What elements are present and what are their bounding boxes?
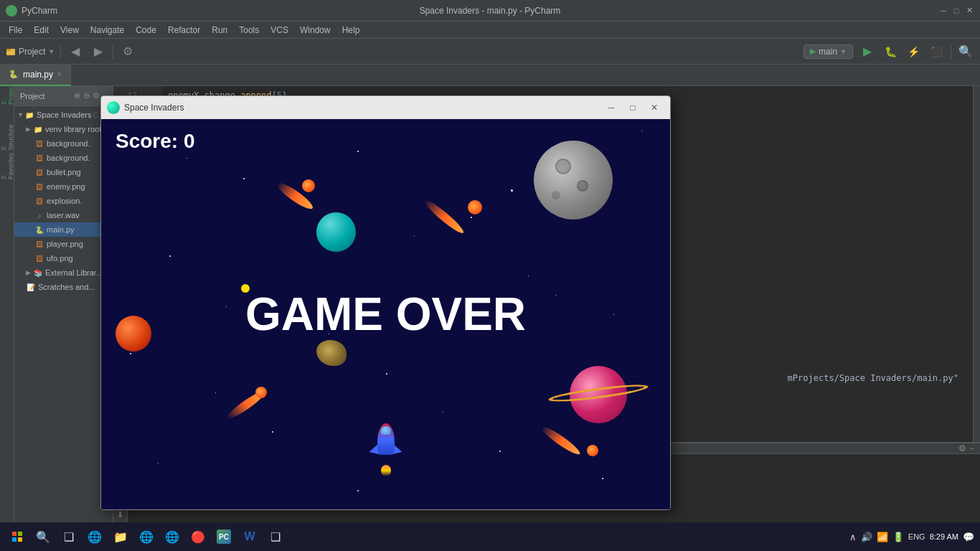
extlib-arrow: ▶	[26, 269, 33, 276]
tree-root[interactable]: ▼ 📁 Space Invaders C:\Users\SouravKumar\…	[14, 108, 113, 122]
sidebar-icon-structure[interactable]: 2: Structure	[1, 132, 13, 143]
tree-background2[interactable]: 🖼 background.	[14, 151, 113, 165]
search-everywhere-button[interactable]: 🔍	[957, 43, 974, 60]
menu-edit[interactable]: Edit	[28, 24, 55, 37]
menu-help[interactable]: Help	[336, 24, 366, 37]
star	[528, 276, 529, 276]
taskbar-word[interactable]: W	[238, 525, 261, 548]
game-minimize-btn[interactable]: ─	[601, 100, 621, 116]
tab-label: main.py	[23, 70, 53, 80]
planet-moon	[534, 141, 613, 220]
title-bar: PyCharm Space Invaders - main.py - PyCha…	[0, 0, 980, 22]
file-label: bullet.png	[47, 168, 81, 176]
game-close-btn[interactable]: ✕	[644, 100, 664, 116]
tree-external-libs[interactable]: ▶ 📚 External Librar...	[14, 265, 113, 280]
planet-orange	[116, 316, 151, 352]
settings-button[interactable]: ⚙	[119, 43, 136, 60]
star	[130, 353, 131, 354]
run-scroll-bot-btn[interactable]: ⬇	[117, 510, 123, 519]
svg-rect-1	[6, 49, 11, 51]
task-view-button[interactable]: ❑	[57, 525, 80, 548]
sidebar-icon-project[interactable]: 1: Project	[1, 89, 13, 100]
svg-rect-2	[12, 532, 17, 536]
tree-scratches[interactable]: 📝 Scratches and...	[14, 280, 113, 294]
star	[169, 255, 171, 257]
star	[414, 236, 415, 237]
menu-code[interactable]: Code	[130, 24, 162, 37]
taskbar-unknown[interactable]: ❑	[264, 525, 287, 548]
project-panel: Project ⊕ ⊖ ⚙ − ▼ 📁 Space Invaders C:\Us…	[14, 86, 113, 535]
minimize-button[interactable]: ─	[938, 6, 948, 16]
start-button[interactable]	[6, 525, 29, 548]
run-button[interactable]: ▶	[859, 43, 876, 60]
tree-enemy[interactable]: 🖼 enemy.png	[14, 179, 113, 194]
menu-view[interactable]: View	[55, 24, 85, 37]
navigate-back-button[interactable]: ◀	[67, 43, 84, 60]
file-label: laser.wav	[47, 211, 80, 220]
svg-rect-5	[18, 537, 22, 542]
run-config[interactable]: ▶ main ▼	[804, 44, 853, 59]
file-label: background.	[47, 139, 90, 148]
menu-vcs[interactable]: VCS	[265, 24, 294, 37]
taskbar-chrome[interactable]: 🌐	[135, 525, 158, 548]
taskbar-folder[interactable]: 📁	[109, 525, 132, 548]
maximize-button[interactable]: □	[951, 6, 961, 16]
game-maximize-btn[interactable]: □	[623, 100, 643, 116]
python-icon: 🐍	[34, 225, 44, 235]
project-expand-btn[interactable]: ⊕	[74, 91, 80, 100]
tree-ufo[interactable]: 🖼 ufo.png	[14, 251, 113, 265]
tree-background1[interactable]: 🖼 background.	[14, 136, 113, 151]
menu-navigate[interactable]: Navigate	[85, 24, 130, 37]
menu-window[interactable]: Window	[294, 24, 336, 37]
sidebar-icon-favorites[interactable]: 2: Favorites	[1, 161, 13, 172]
moon-crater1	[555, 159, 571, 174]
taskbar-chevron[interactable]: ∧	[849, 532, 857, 542]
taskbar-edge[interactable]: 🌐	[83, 525, 106, 548]
tree-venv[interactable]: ▶ 📁 venv library root	[14, 122, 113, 136]
toolbar-sep3	[951, 44, 951, 59]
score-value: 0	[184, 130, 195, 152]
run-expand-btn[interactable]: −	[969, 443, 974, 453]
taskbar-notification[interactable]: 💬	[963, 532, 974, 542]
taskbar-ie[interactable]: 🌐	[161, 525, 184, 548]
extlib-label: External Librar...	[45, 268, 103, 277]
tab-main-py[interactable]: 🐍 main.py ×	[0, 65, 71, 86]
navigate-forward-button[interactable]: ▶	[90, 43, 107, 60]
search-button[interactable]: 🔍	[32, 525, 55, 548]
image-icon: 🖼	[34, 239, 44, 249]
score-label: Score:	[116, 130, 178, 152]
taskbar-lang[interactable]: ENG	[908, 532, 925, 541]
tree-explosion[interactable]: 🖼 explosion.	[14, 194, 113, 208]
taskbar-time[interactable]: 8:29 AM	[930, 532, 958, 541]
taskbar-network[interactable]: 📶	[877, 532, 888, 542]
project-gear-btn[interactable]: ⚙	[93, 91, 100, 100]
tab-close-button[interactable]: ×	[57, 70, 62, 78]
game-canvas: Score: 0 GAME OVER	[101, 119, 670, 509]
sidebar-icons: 1: Project 2: Structure 2: Favorites	[0, 86, 14, 535]
run-settings-btn[interactable]: ⚙	[958, 443, 966, 453]
dropdown-icon: ▼	[48, 48, 55, 55]
project-collapse-btn[interactable]: ⊖	[83, 91, 90, 100]
stop-button[interactable]: ⬛	[928, 43, 945, 60]
tree-laser[interactable]: ♪ laser.wav	[14, 208, 113, 222]
debug-button[interactable]: 🐛	[882, 43, 899, 60]
meteor2-head	[468, 200, 482, 215]
tree-player[interactable]: 🖼 player.png	[14, 237, 113, 251]
menu-run[interactable]: Run	[206, 24, 233, 37]
taskbar-volume[interactable]: 🔊	[861, 532, 872, 542]
tree-bullet[interactable]: 🖼 bullet.png	[14, 165, 113, 179]
run-with-coverage-button[interactable]: ⚡	[905, 43, 922, 60]
tree-main-py[interactable]: 🐍 main.py	[14, 222, 113, 237]
taskbar-pycharm[interactable]: PC	[212, 525, 235, 548]
star	[602, 478, 603, 479]
menu-file[interactable]: File	[3, 24, 28, 37]
taskbar-opera[interactable]: 🔴	[187, 525, 209, 548]
editor-scrollbar[interactable]	[973, 86, 980, 442]
ship-dome	[381, 426, 391, 435]
menu-tools[interactable]: Tools	[233, 24, 265, 37]
close-button[interactable]: ✕	[964, 6, 974, 16]
venv-arrow: ▶	[26, 126, 33, 133]
star	[158, 463, 159, 463]
taskbar-battery[interactable]: 🔋	[892, 532, 904, 542]
menu-refactor[interactable]: Refactor	[162, 24, 206, 37]
